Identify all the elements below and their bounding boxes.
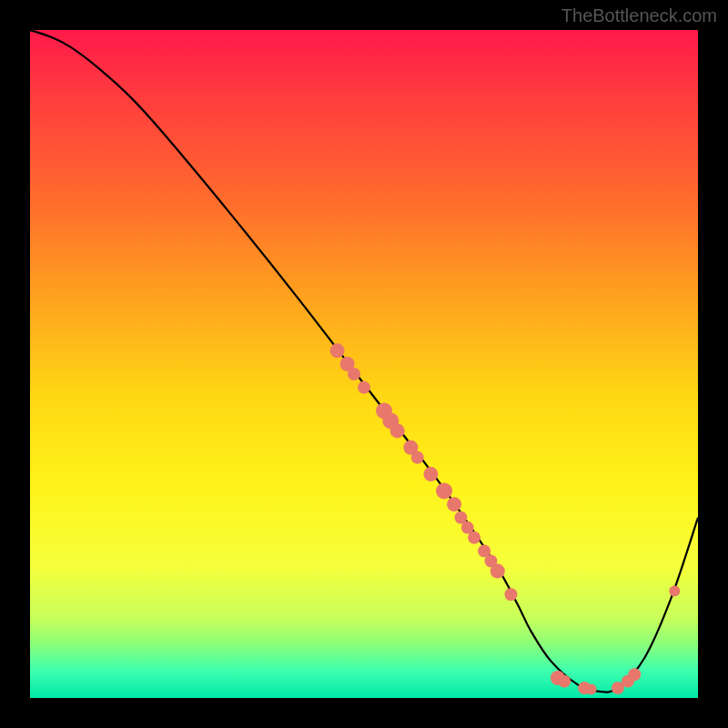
- data-point: [447, 497, 461, 511]
- data-point: [586, 683, 597, 694]
- data-point: [436, 482, 452, 499]
- scatter-group: [330, 343, 681, 694]
- data-point: [423, 467, 438, 481]
- data-point: [490, 564, 505, 579]
- data-point: [330, 343, 345, 358]
- data-point: [558, 675, 571, 688]
- data-point: [468, 531, 480, 544]
- data-point: [390, 423, 405, 438]
- watermark-text: TheBottleneck.com: [561, 5, 717, 26]
- data-point: [669, 586, 680, 597]
- data-point: [358, 381, 370, 394]
- bottleneck-curve-path: [30, 30, 698, 693]
- chart-svg: [30, 30, 698, 698]
- data-point: [628, 668, 641, 681]
- data-point: [348, 368, 360, 380]
- data-point: [504, 588, 517, 601]
- data-point: [411, 451, 424, 464]
- chart-plot-area: [30, 30, 698, 698]
